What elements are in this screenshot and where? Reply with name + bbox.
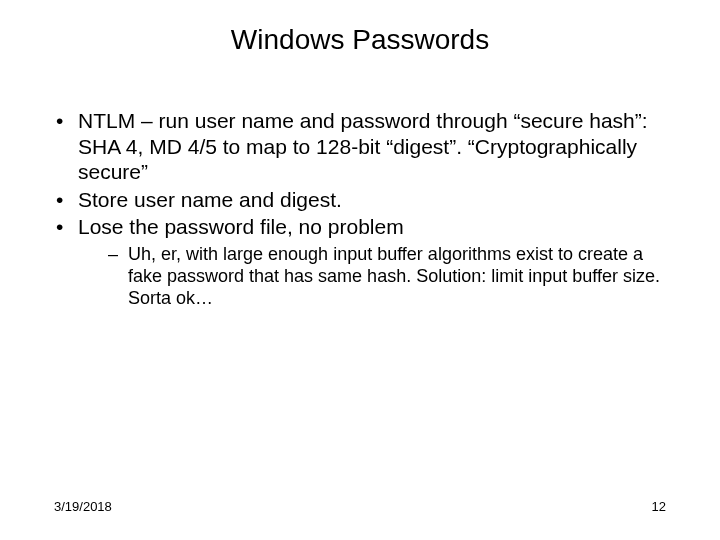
footer-date: 3/19/2018 — [54, 499, 112, 514]
bullet-item: Lose the password file, no problem Uh, e… — [54, 214, 666, 309]
slide-body: NTLM – run user name and password throug… — [54, 108, 666, 312]
bullet-item: NTLM – run user name and password throug… — [54, 108, 666, 185]
slide-title: Windows Passwords — [0, 24, 720, 56]
sub-bullet-item: Uh, er, with large enough input buffer a… — [108, 244, 666, 310]
bullet-list: NTLM – run user name and password throug… — [54, 108, 666, 310]
bullet-item-text: Lose the password file, no problem — [78, 215, 404, 238]
bullet-item: Store user name and digest. — [54, 187, 666, 213]
sub-bullet-list: Uh, er, with large enough input buffer a… — [78, 244, 666, 310]
footer-page-number: 12 — [652, 499, 666, 514]
slide: Windows Passwords NTLM – run user name a… — [0, 0, 720, 540]
